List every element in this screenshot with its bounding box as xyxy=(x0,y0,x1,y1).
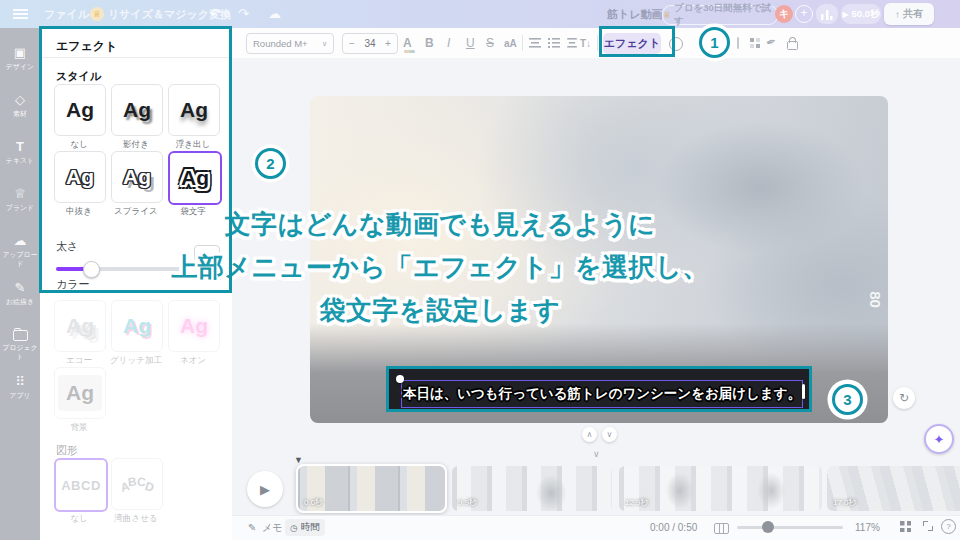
font-name: Rounded M+ xyxy=(253,38,308,49)
add-member-button[interactable]: + xyxy=(795,5,813,23)
memo-pen-icon: ✎ xyxy=(248,515,256,540)
spacing-button[interactable] xyxy=(567,38,577,48)
share-arrow-icon: ↑ xyxy=(895,9,900,20)
dumbbell-plate-label: 80 xyxy=(867,291,884,308)
clock-icon: ◷ xyxy=(290,523,298,533)
selection-handle-bar[interactable] xyxy=(802,384,805,399)
sidebar-item-text[interactable]: T テキスト xyxy=(0,140,40,166)
clip-duration: 0.0秒 xyxy=(304,497,323,508)
annotation-box-1 xyxy=(599,26,675,57)
topbar: ファイル ♕ リサイズ＆マジック変換 ↶ ↷ ☁ 筋トレ動画 ♕ プロを30日間… xyxy=(0,0,960,28)
sidebar-label: ブランド xyxy=(2,203,39,212)
redo-icon[interactable]: ↷ xyxy=(238,0,249,28)
sidebar-item-uploads[interactable]: ☁ アップロード xyxy=(0,234,40,270)
undo-icon[interactable]: ↶ xyxy=(210,0,221,28)
sidebar-item-brand[interactable]: ♕ ブランド xyxy=(0,187,40,213)
timeline-view-icon[interactable] xyxy=(714,523,729,534)
vertical-text-button[interactable]: T↓ xyxy=(580,33,591,54)
divider xyxy=(597,35,598,51)
bold-button[interactable]: B xyxy=(425,33,434,54)
design-icon: ▣ xyxy=(0,46,40,60)
pro-trial-button[interactable]: ♕ プロを30日間無料で試す xyxy=(662,5,778,25)
insights-button[interactable] xyxy=(816,4,838,24)
share-button[interactable]: ↑ 共有 xyxy=(884,3,934,25)
avatar[interactable]: キ xyxy=(775,5,793,23)
annotation-badge-3: 3 xyxy=(832,384,863,415)
sidebar-item-elements[interactable]: ◇ 素材 xyxy=(0,93,40,119)
sidebar-label: 素材 xyxy=(2,109,39,118)
text-icon: T xyxy=(0,140,40,154)
duration-label: 時間 xyxy=(301,521,320,534)
timeline-clip-4[interactable]: 17.0秒 xyxy=(827,466,960,511)
clip-duration: 17.0秒 xyxy=(833,497,857,508)
memo-button[interactable]: メモ xyxy=(262,515,282,540)
file-menu[interactable]: ファイル xyxy=(44,0,89,28)
sidebar-item-projects[interactable]: プロジェクト xyxy=(0,328,40,363)
list-button[interactable] xyxy=(548,38,560,48)
subtitle-text[interactable]: 本日は、いつも行っている筋トレのワンシーンをお届けします。 xyxy=(403,385,801,403)
apps-grid-icon: ⠿ xyxy=(0,375,40,389)
sidebar-label: アプリ xyxy=(2,391,39,400)
help-button[interactable]: ? xyxy=(941,519,956,534)
text-selection-rect[interactable]: 本日は、いつも行っている筋トレのワンシーンをお届けします。 xyxy=(401,380,803,408)
sidebar-label: デザイン xyxy=(2,62,39,71)
share-label: 共有 xyxy=(903,7,923,21)
lock-icon[interactable] xyxy=(787,41,798,50)
duration-button[interactable]: ◷ 時間 xyxy=(285,519,325,536)
crown-icon: ♕ xyxy=(0,187,40,201)
zoom-slider-knob[interactable] xyxy=(762,521,774,533)
timeline-collapse-icon[interactable]: ∨ xyxy=(593,449,600,459)
playback-position: 0:00 / 0:50 xyxy=(650,515,697,540)
upload-cloud-icon: ☁ xyxy=(0,234,40,248)
sidebar-item-draw[interactable]: ✎ お絵描き xyxy=(0,281,40,307)
sidebar-item-apps[interactable]: ⠿ アプリ xyxy=(0,375,40,401)
font-size-minus[interactable]: − xyxy=(343,38,361,49)
move-page-down-button[interactable]: ∨ xyxy=(602,427,617,442)
chevron-down-icon: ∨ xyxy=(322,40,327,48)
pro-trial-label: プロを30日間無料で試す xyxy=(674,2,777,28)
grid-view-icon[interactable] xyxy=(900,521,911,532)
timeline-play-button[interactable]: ▶ xyxy=(247,471,283,507)
annotation-badge-1: 1 xyxy=(699,27,730,58)
doc-title[interactable]: 筋トレ動画 xyxy=(607,0,663,28)
divider xyxy=(737,37,739,49)
strikethrough-button[interactable]: S xyxy=(486,33,494,54)
refresh-page-button[interactable]: ↻ xyxy=(893,387,915,409)
magic-assistant-button[interactable]: ✦ xyxy=(924,424,954,454)
folder-icon xyxy=(13,330,28,341)
divider xyxy=(522,35,523,51)
crown-icon: ♕ xyxy=(663,10,671,20)
bottom-statusbar xyxy=(232,515,960,540)
font-selector[interactable]: Rounded M+ ∨ xyxy=(246,33,334,54)
zoom-slider-track[interactable] xyxy=(737,526,843,529)
sidebar-item-design[interactable]: ▣ デザイン xyxy=(0,46,40,72)
font-size-stepper[interactable]: − 34 + xyxy=(342,33,398,54)
clip-duration: 9.9秒 xyxy=(458,497,477,508)
underline-button[interactable]: U xyxy=(466,33,475,54)
bar-chart-icon xyxy=(821,9,833,20)
text-case-button[interactable]: aA xyxy=(504,33,517,54)
sidebar-label: お絵描き xyxy=(2,297,39,306)
annotation-badge-2: 2 xyxy=(255,148,286,179)
sidebar-label: プロジェクト xyxy=(2,344,39,362)
italic-button[interactable]: I xyxy=(447,33,450,54)
timeline-clip-1-selected[interactable]: 0.0秒 xyxy=(296,464,447,513)
timeline-clip-3[interactable]: 12.9秒 xyxy=(619,466,822,511)
text-color-button[interactable]: A xyxy=(403,33,412,54)
elements-icon: ◇ xyxy=(0,93,40,107)
transparency-icon[interactable] xyxy=(750,38,760,48)
timeline-clip-2[interactable]: 9.9秒 xyxy=(452,466,612,511)
font-size-value[interactable]: 34 xyxy=(361,38,379,49)
pro-crown-icon: ♕ xyxy=(90,7,104,21)
move-page-up-button[interactable]: ∧ xyxy=(582,427,597,442)
preview-play-button[interactable]: ▶ 50.0秒 xyxy=(841,4,881,24)
font-size-plus[interactable]: + xyxy=(379,38,397,49)
menu-icon[interactable] xyxy=(13,9,28,19)
sidebar-label: テキスト xyxy=(2,156,39,165)
selection-handle-dot[interactable] xyxy=(396,375,404,383)
playhead-marker[interactable]: ▼ xyxy=(294,455,303,465)
zoom-level[interactable]: 117% xyxy=(855,515,880,540)
align-button[interactable] xyxy=(529,38,541,48)
play-icon: ▶ xyxy=(842,10,848,19)
fullscreen-icon[interactable] xyxy=(923,521,933,531)
